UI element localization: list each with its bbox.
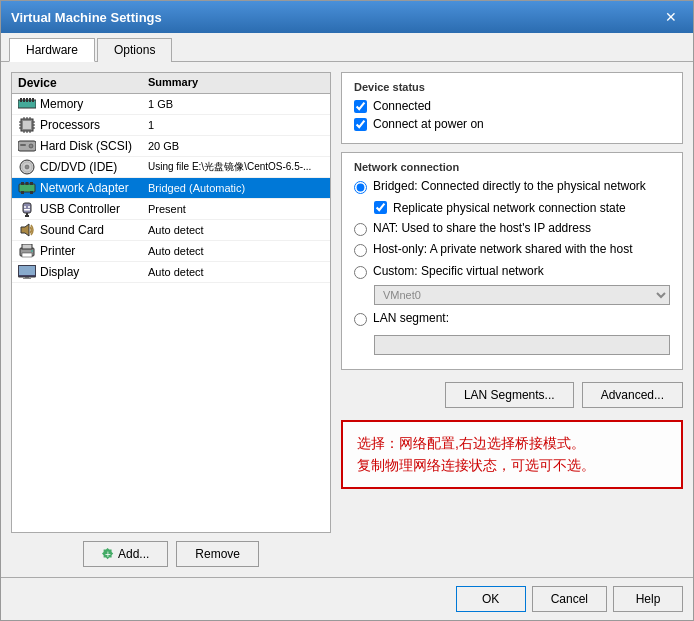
svg-rect-46 [23, 278, 31, 279]
svg-point-21 [29, 144, 33, 148]
connected-label: Connected [373, 99, 431, 113]
col-header-summary: Summary [148, 76, 324, 90]
device-table-header: Device Summary [12, 73, 330, 94]
svg-rect-26 [19, 184, 35, 192]
device-row-printer[interactable]: Printer Auto detect [12, 241, 330, 262]
tab-bar: Hardware Options [1, 33, 693, 62]
svg-point-35 [24, 206, 26, 208]
network-connection-title: Network connection [354, 161, 670, 173]
radio-bridged-row: Bridged: Connected directly to the physi… [354, 179, 670, 195]
right-panel: Device status Connected Connect at power… [341, 72, 683, 567]
hard-disk-icon [18, 139, 36, 153]
svg-rect-44 [19, 266, 35, 275]
virtual-machine-settings-window: Virtual Machine Settings ✕ Hardware Opti… [0, 0, 694, 621]
replicate-checkbox-row: Replicate physical network connection st… [374, 201, 670, 215]
connected-checkbox-row: Connected [354, 99, 670, 113]
bridged-radio[interactable] [354, 181, 367, 194]
col-header-device: Device [18, 76, 148, 90]
network-adapter-icon [18, 181, 36, 195]
svg-rect-34 [25, 215, 29, 217]
usb-controller-icon [18, 202, 36, 216]
device-row-cddvd[interactable]: CD/DVD (IDE) Using file E:\光盘镜像\CentOS-6… [12, 157, 330, 178]
svg-marker-38 [21, 224, 29, 236]
custom-label: Custom: Specific virtual network [373, 264, 544, 280]
device-table: Device Summary Memory 1 GB [11, 72, 331, 533]
title-bar: Virtual Machine Settings ✕ [1, 1, 693, 33]
add-button[interactable]: + Add... [83, 541, 168, 567]
device-status-title: Device status [354, 81, 670, 93]
connect-at-power-on-checkbox[interactable] [354, 118, 367, 131]
svg-rect-31 [30, 191, 33, 194]
device-row-sound-card[interactable]: Sound Card Auto detect [12, 220, 330, 241]
close-button[interactable]: ✕ [659, 7, 683, 27]
lan-segments-button[interactable]: LAN Segments... [445, 382, 574, 408]
tab-options[interactable]: Options [97, 38, 172, 62]
annotation-line2: 复制物理网络连接状态，可选可不选。 [357, 454, 667, 476]
hostonly-label: Host-only: A private network shared with… [373, 242, 632, 258]
lan-segment-input[interactable] [374, 335, 670, 355]
svg-rect-32 [23, 203, 31, 213]
svg-rect-22 [20, 144, 26, 146]
annotation-line1: 选择：网络配置,右边选择桥接模式。 [357, 432, 667, 454]
shield-add-icon: + [102, 548, 114, 560]
replicate-checkbox[interactable] [374, 201, 387, 214]
title-bar-controls: ✕ [659, 7, 683, 27]
device-row-hard-disk[interactable]: Hard Disk (SCSI) 20 GB [12, 136, 330, 157]
network-connection-section: Network connection Bridged: Connected di… [341, 152, 683, 370]
device-row-usb-controller[interactable]: USB Controller Present [12, 199, 330, 220]
display-icon [18, 265, 36, 279]
svg-rect-30 [21, 191, 24, 194]
radio-lan-row: LAN segment: [354, 311, 670, 327]
ok-button[interactable]: OK [456, 586, 526, 612]
lan-segment-radio[interactable] [354, 313, 367, 326]
bridged-label: Bridged: Connected directly to the physi… [373, 179, 646, 195]
svg-rect-3 [26, 98, 28, 102]
svg-rect-27 [21, 182, 24, 185]
custom-network-select[interactable]: VMnet0 [374, 285, 670, 305]
svg-rect-41 [22, 253, 32, 257]
lan-segment-field-row [374, 333, 670, 355]
window-title: Virtual Machine Settings [11, 10, 162, 25]
nat-radio[interactable] [354, 223, 367, 236]
advanced-button[interactable]: Advanced... [582, 382, 683, 408]
custom-radio[interactable] [354, 266, 367, 279]
device-status-section: Device status Connected Connect at power… [341, 72, 683, 144]
svg-rect-2 [23, 98, 25, 102]
main-content: Device Summary Memory 1 GB [1, 62, 693, 577]
processor-icon [18, 118, 36, 132]
remove-button[interactable]: Remove [176, 541, 259, 567]
radio-nat-row: NAT: Used to share the host's IP address [354, 221, 670, 237]
left-buttons: + Add... Remove [11, 533, 331, 567]
svg-rect-20 [18, 141, 36, 151]
device-row-network-adapter[interactable]: Network Adapter Bridged (Automatic) [12, 178, 330, 199]
svg-rect-40 [22, 244, 32, 249]
cd-dvd-icon [18, 160, 36, 174]
svg-point-24 [25, 165, 29, 169]
memory-icon [18, 97, 36, 111]
connect-at-power-on-row: Connect at power on [354, 117, 670, 131]
svg-rect-5 [32, 98, 34, 102]
tab-hardware[interactable]: Hardware [9, 38, 95, 62]
lan-segment-label: LAN segment: [373, 311, 449, 327]
custom-dropdown-row: VMnet0 [374, 285, 670, 305]
svg-text:+: + [105, 549, 111, 560]
device-row-processors[interactable]: Processors 1 [12, 115, 330, 136]
svg-rect-37 [24, 209, 30, 211]
device-row-display[interactable]: Display Auto detect [12, 262, 330, 283]
svg-point-36 [28, 206, 30, 208]
svg-point-42 [31, 250, 33, 252]
cancel-button[interactable]: Cancel [532, 586, 607, 612]
hostonly-radio[interactable] [354, 244, 367, 257]
radio-hostonly-row: Host-only: A private network shared with… [354, 242, 670, 258]
help-button[interactable]: Help [613, 586, 683, 612]
svg-rect-29 [30, 182, 33, 185]
device-row-memory[interactable]: Memory 1 GB [12, 94, 330, 115]
connected-checkbox[interactable] [354, 100, 367, 113]
connect-at-power-on-label: Connect at power on [373, 117, 484, 131]
right-action-buttons: LAN Segments... Advanced... [341, 382, 683, 408]
left-panel: Device Summary Memory 1 GB [11, 72, 331, 567]
radio-custom-row: Custom: Specific virtual network [354, 264, 670, 280]
printer-icon [18, 244, 36, 258]
annotation-box: 选择：网络配置,右边选择桥接模式。 复制物理网络连接状态，可选可不选。 [341, 420, 683, 489]
svg-rect-4 [29, 98, 31, 102]
